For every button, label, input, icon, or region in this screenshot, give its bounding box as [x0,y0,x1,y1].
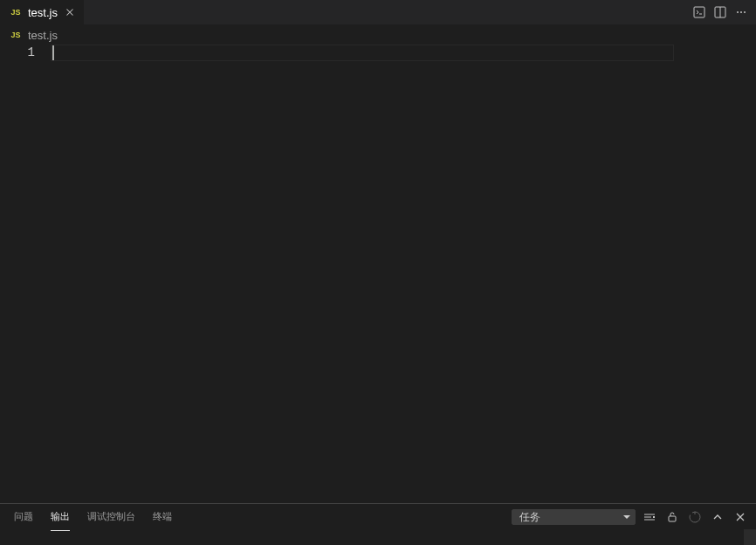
svg-point-4 [740,11,742,13]
js-file-icon: JS [9,28,23,42]
line-gutter: 1 [0,45,51,503]
tab-debug-console[interactable]: 调试控制台 [79,507,144,527]
close-panel-button[interactable] [732,508,749,526]
ellipsis-icon [734,5,748,19]
current-line-highlight [51,45,674,61]
editor-scrollbar[interactable] [744,45,756,503]
scroll-lock-button[interactable] [663,508,681,526]
minimap[interactable] [732,45,744,503]
tab-problems[interactable]: 问题 [5,507,42,527]
breadcrumb[interactable]: JS test.js [0,25,756,45]
tab-bar: JS test.js [0,0,756,25]
open-log-button [686,508,704,526]
panel-scrollbar[interactable] [744,529,756,545]
close-icon [64,6,76,18]
tabs-container: JS test.js [0,0,85,24]
svg-point-5 [744,11,746,13]
output-icon [692,5,706,19]
tab-terminal[interactable]: 终端 [144,507,181,527]
clear-icon [643,510,656,524]
maximize-panel-button[interactable] [709,508,726,526]
task-select-wrap: 任务 [512,509,636,525]
bottom-panel: 问题 输出 调试控制台 终端 任务 [0,503,756,545]
panel-actions: 任务 [512,508,749,526]
split-editor-button[interactable] [711,3,730,22]
text-cursor [52,45,54,60]
close-icon [733,510,747,524]
tab-label: test.js [28,6,58,19]
run-file-button[interactable] [690,3,709,22]
breadcrumb-label: test.js [28,29,58,42]
chevron-up-icon [711,510,725,524]
editor-actions [690,3,756,22]
unlock-icon [665,510,679,524]
svg-point-3 [737,11,739,13]
clear-output-button[interactable] [641,508,658,526]
panel-tabs: 问题 输出 调试控制台 终端 [5,507,181,527]
panel-header: 问题 输出 调试控制台 终端 任务 [0,504,756,529]
tab-output[interactable]: 输出 [42,507,79,527]
editor-tab[interactable]: JS test.js [0,0,85,24]
output-body[interactable] [0,529,756,545]
editor-area: 1 [0,45,756,503]
line-number: 1 [0,45,35,61]
file-icon [688,510,702,524]
svg-rect-0 [694,7,704,17]
code-area[interactable] [51,45,732,503]
split-icon [713,5,727,19]
close-tab-button[interactable] [63,5,77,19]
js-file-icon: JS [9,5,23,19]
more-actions-button[interactable] [732,3,751,22]
svg-rect-6 [669,516,676,521]
output-channel-select[interactable]: 任务 [512,509,636,525]
